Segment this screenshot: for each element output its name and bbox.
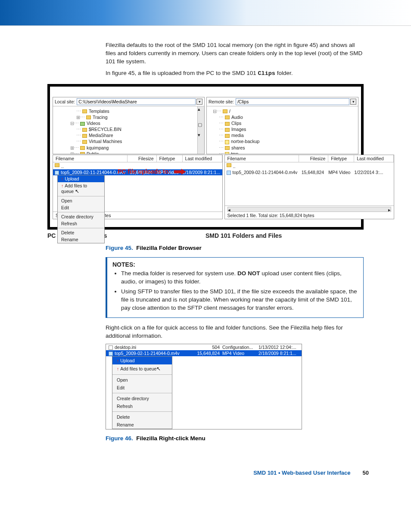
local-tree[interactable]: ⋯ Templates ⊞⋯ Tracing ⊟⋯ Videos ⋯ $RECY… bbox=[53, 106, 197, 154]
figure-45-caption: Figure 45. Filezilla Folder Browser bbox=[106, 244, 364, 252]
col-filetype[interactable]: Filetype bbox=[328, 155, 354, 162]
footer-title: SMD 101 • Web-based User Interface bbox=[253, 470, 350, 476]
menu2-open[interactable]: Open bbox=[112, 376, 172, 384]
callout-annotation: PC file uploads to: bbox=[118, 168, 186, 175]
local-tree-item[interactable]: Videos bbox=[87, 121, 100, 126]
col-filename[interactable]: Filename bbox=[53, 155, 128, 162]
intro-paragraph-1: Filezilla defaults to the root of the SM… bbox=[106, 41, 364, 66]
intro-paragraph-2: In figure 45, a file is uploaded from th… bbox=[106, 69, 364, 78]
col-lastmod[interactable]: Last modified bbox=[183, 155, 222, 162]
local-site-path-input[interactable] bbox=[77, 98, 196, 105]
local-tree-item[interactable]: $RECYCLE.BIN bbox=[89, 127, 121, 132]
menu-upload[interactable]: ↑Upload bbox=[58, 175, 104, 182]
menu-refresh[interactable]: Refresh bbox=[58, 220, 104, 227]
local-pane: Local site: ▾ ⋯ Templates ⊞⋯ Tracing ⊟⋯ … bbox=[53, 97, 205, 154]
intro-p2-a: In figure 45, a file is uploaded from th… bbox=[106, 70, 258, 76]
page-footer: SMD 101 • Web-based User Interface 50 bbox=[0, 465, 411, 490]
remote-tree-root[interactable]: / bbox=[229, 109, 230, 114]
menu-edit[interactable]: Edit bbox=[58, 204, 104, 211]
menu-add-queue[interactable]: ↑Add files to queue ↖ bbox=[58, 182, 104, 195]
remote-site-dropdown-icon[interactable]: ▾ bbox=[350, 99, 356, 105]
menu2-upload[interactable]: ↑Upload bbox=[112, 357, 172, 364]
local-tree-item[interactable]: kquimpang bbox=[87, 145, 109, 150]
f46-row[interactable]: desktop.ini 504 Configuration... 1/13/20… bbox=[106, 344, 302, 350]
local-tree-item[interactable]: MediaShare bbox=[89, 133, 113, 138]
remote-tree-item[interactable]: nortxe-backup bbox=[231, 139, 260, 144]
local-site-dropdown-icon[interactable]: ▾ bbox=[196, 99, 202, 105]
local-tree-scrollbar[interactable]: ▴▢▾ bbox=[197, 106, 204, 154]
footer-page: 50 bbox=[363, 470, 369, 476]
context-menu-2[interactable]: ↑Upload ↑Add files to queue↖ Open Edit C… bbox=[112, 356, 172, 429]
remote-tree-item[interactable]: Clips bbox=[231, 121, 241, 126]
local-file-list[interactable]: Filename Filesize Filetype Last modified… bbox=[53, 155, 223, 219]
remote-tree[interactable]: ⊟⋯ / ⋯ Audio ⋯ Clips ⋯ Images ⋯ media ⋯ … bbox=[207, 106, 358, 154]
local-site-label: Local site: bbox=[55, 99, 75, 104]
menu-rename[interactable]: Rename bbox=[58, 236, 104, 243]
notes-box: NOTES: The media folder is reserved for … bbox=[106, 257, 364, 317]
col-lastmod[interactable]: Last modified bbox=[354, 155, 394, 162]
figure-45-screenshot: Local site: ▾ ⋯ Templates ⊞⋯ Tracing ⊟⋯ … bbox=[47, 84, 364, 230]
menu-delete[interactable]: Delete bbox=[58, 229, 104, 236]
remote-tree-item[interactable]: shares bbox=[231, 145, 245, 150]
list-row[interactable]: top5_2009-02-11-214044-0.m4v 15,648,824 … bbox=[225, 169, 394, 175]
remote-file-list[interactable]: Filename Filesize Filetype Last modified… bbox=[224, 155, 395, 219]
col-filetype[interactable]: Filetype bbox=[157, 155, 183, 162]
remote-status-bar: ◂▸ Selected 1 file. Total size: 15,648,8… bbox=[225, 205, 394, 219]
menu2-delete[interactable]: Delete bbox=[112, 413, 172, 421]
notes-item-2: Using SFTP to transfer files to the SMD … bbox=[121, 288, 358, 312]
list-row-up[interactable]: .. bbox=[225, 163, 394, 169]
col-filename[interactable]: Filename bbox=[225, 155, 299, 162]
figure-46-caption: Figure 46. Filezilla Right-click Menu bbox=[106, 435, 364, 443]
red-arrow-icon bbox=[174, 169, 186, 175]
menu2-add-queue[interactable]: ↑Add files to queue↖ bbox=[112, 364, 172, 373]
menu2-create-dir[interactable]: Create directory bbox=[112, 395, 172, 402]
menu2-rename[interactable]: Rename bbox=[112, 421, 172, 429]
local-tree-item[interactable]: Virtual Machines bbox=[89, 139, 122, 144]
figure-46-screenshot: desktop.ini 504 Configuration... 1/13/20… bbox=[106, 344, 302, 429]
col-filesize[interactable]: Filesize bbox=[128, 155, 157, 162]
menu-create-dir[interactable]: Create directory bbox=[58, 213, 104, 220]
remote-tree-item[interactable]: tmp bbox=[231, 151, 239, 154]
intro-p2-b: folder. bbox=[275, 70, 293, 76]
f46-row-selected[interactable]: top5_2009-02-11-214044-0.m4v 15,648,824 … bbox=[106, 350, 302, 356]
notes-title: NOTES: bbox=[112, 261, 358, 268]
notes-item-1: The media folder is reserved for system … bbox=[121, 270, 358, 286]
mid-paragraph: Right-click on a file for quick access t… bbox=[106, 324, 364, 340]
remote-h-scrollbar[interactable]: ◂▸ bbox=[227, 207, 392, 212]
menu2-refresh[interactable]: Refresh bbox=[112, 402, 172, 410]
local-tree-item[interactable]: Tracing bbox=[93, 115, 108, 120]
menu-open[interactable]: Open bbox=[58, 197, 104, 204]
page-header-gradient bbox=[0, 0, 411, 26]
col-filesize[interactable]: Filesize bbox=[299, 155, 328, 162]
clips-code: Clips bbox=[258, 70, 275, 77]
remote-site-label: Remote site: bbox=[209, 99, 234, 104]
remote-site-path-input[interactable] bbox=[236, 98, 349, 105]
menu2-edit[interactable]: Edit bbox=[112, 384, 172, 392]
remote-tree-item[interactable]: Audio bbox=[231, 115, 243, 120]
remote-pane: Remote site: ▾ ⊟⋯ / ⋯ Audio ⋯ Clips ⋯ Im… bbox=[206, 97, 358, 154]
remote-tree-item[interactable]: Images bbox=[231, 127, 246, 132]
local-tree-item[interactable]: Public bbox=[87, 151, 99, 154]
context-menu[interactable]: ↑Upload ↑Add files to queue ↖ Open Edit … bbox=[57, 175, 105, 243]
label-right: SMD 101 Folders and Files bbox=[206, 232, 364, 239]
remote-tree-item[interactable]: media bbox=[231, 133, 244, 138]
local-tree-item[interactable]: Templates bbox=[89, 109, 109, 114]
